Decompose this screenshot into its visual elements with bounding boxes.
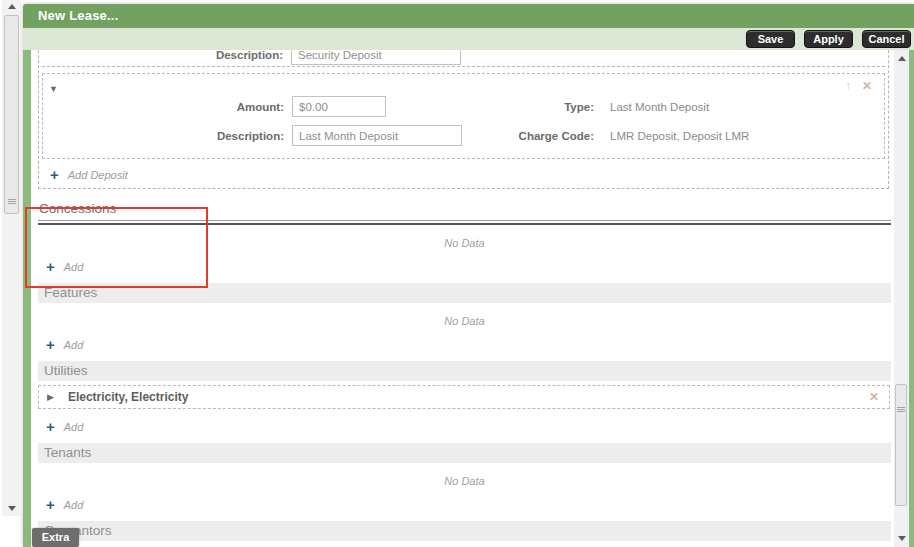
section-header-features: Features	[38, 283, 891, 303]
deposit-panel-last-month: ▼ ↑ ✕ Amount: Type: Last Month Deposit D…	[42, 73, 885, 159]
add-feature-button[interactable]: + Add	[46, 338, 83, 351]
add-label: Add	[64, 261, 84, 273]
cancel-button[interactable]: Cancel	[862, 30, 911, 48]
page-scrollbar-left[interactable]	[2, 0, 21, 516]
add-deposit-label: Add Deposit	[68, 169, 128, 181]
section-header-utilities: Utilities	[38, 361, 891, 381]
add-label: Add	[64, 421, 84, 433]
type-value: Last Month Deposit	[602, 101, 884, 113]
utility-row-electricity: ▶ Electricity, Electricity ✕	[38, 385, 890, 409]
charge-code-label: Charge Code:	[468, 130, 602, 142]
section-header-tenants: Tenants	[38, 443, 891, 463]
add-icon: +	[46, 420, 55, 433]
scroll-up-icon[interactable]	[2, 0, 21, 13]
add-label: Add	[64, 339, 84, 351]
add-icon: +	[46, 498, 55, 511]
extra-button[interactable]: Extra	[32, 528, 79, 547]
features-no-data: No Data	[38, 315, 891, 327]
deposit-panel-security: Charge Code: Security Deposit, Deposit S…	[42, 50, 885, 67]
lmr-description-input[interactable]	[292, 125, 462, 146]
scroll-down-icon[interactable]	[894, 532, 909, 545]
expand-icon[interactable]: ▶	[47, 392, 54, 402]
remove-utility-icon[interactable]: ✕	[869, 390, 879, 404]
add-icon: +	[50, 168, 59, 181]
section-divider	[38, 223, 891, 225]
amount-label: Amount:	[47, 101, 292, 113]
add-tenant-button[interactable]: + Add	[46, 498, 83, 511]
tenants-no-data: No Data	[38, 475, 891, 487]
add-concession-button[interactable]: + Add	[46, 260, 83, 273]
move-up-icon[interactable]: ↑	[845, 79, 851, 93]
add-icon: +	[46, 260, 55, 273]
concessions-no-data: No Data	[38, 237, 891, 249]
dialog-content: Charge Code: Security Deposit, Deposit S…	[31, 50, 894, 547]
utility-label: Electricity, Electricity	[68, 390, 189, 404]
deposits-container: Charge Code: Security Deposit, Deposit S…	[38, 50, 889, 189]
charge-code-value: LMR Deposit, Deposit LMR	[602, 130, 884, 142]
apply-button[interactable]: Apply	[804, 30, 853, 48]
add-utility-button[interactable]: + Add	[46, 420, 83, 433]
section-header-concessions: Concessions	[38, 200, 891, 221]
description-label: Description:	[47, 130, 292, 142]
scroll-up-icon[interactable]	[894, 52, 909, 65]
new-lease-dialog: New Lease... Save Apply Cancel Charge Co…	[23, 4, 914, 547]
remove-deposit-icon[interactable]: ✕	[862, 79, 872, 93]
dialog-frame-left	[23, 50, 31, 547]
add-label: Add	[64, 499, 84, 511]
type-label: Type:	[468, 101, 602, 113]
amount-input[interactable]	[292, 96, 386, 117]
scrollbar-thumb[interactable]	[4, 15, 19, 214]
dialog-scrollbar[interactable]	[894, 50, 909, 547]
add-icon: +	[46, 338, 55, 351]
dialog-title: New Lease...	[38, 8, 118, 23]
add-deposit-button[interactable]: + Add Deposit	[50, 168, 128, 181]
dialog-frame-right	[909, 50, 914, 547]
dialog-titlebar: New Lease...	[23, 4, 914, 28]
scrollbar-thumb[interactable]	[895, 384, 907, 506]
scroll-down-icon[interactable]	[2, 502, 21, 515]
save-button[interactable]: Save	[746, 30, 795, 48]
description-label: Description:	[46, 50, 291, 61]
security-description-input[interactable]	[291, 50, 461, 65]
section-header-guarantors: Guarantors	[38, 521, 891, 541]
dialog-toolbar: Save Apply Cancel	[23, 28, 914, 50]
collapse-icon[interactable]: ▼	[49, 84, 58, 94]
